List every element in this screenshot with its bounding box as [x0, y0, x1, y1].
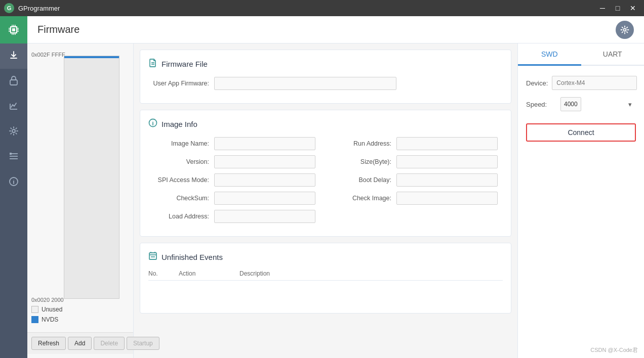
user-app-input[interactable]: [214, 77, 396, 90]
tab-swd[interactable]: SWD: [518, 43, 581, 66]
tab-uart[interactable]: UART: [581, 43, 645, 66]
firmware-file-title-text: Firmware File: [162, 60, 208, 68]
events-icon: [148, 251, 157, 263]
boot-delay-input[interactable]: [396, 173, 498, 187]
memory-bar: [64, 56, 119, 299]
app-title: GProgrammer: [18, 5, 60, 12]
speed-row: Speed: 4000 2000 1000 500: [526, 97, 636, 111]
size-label: Size(Byte):: [331, 158, 396, 165]
image-info-left-col: Image Name: Version: SPI Access Mode:: [148, 137, 320, 228]
refresh-button[interactable]: Refresh: [31, 337, 66, 350]
sidebar-item-analysis[interactable]: [0, 94, 27, 119]
events-col-description: Description: [239, 270, 503, 277]
image-info-card: Image Info Image Name: Version:: [140, 110, 511, 237]
nvds-color-box: [31, 316, 38, 323]
boot-delay-row: Boot Delay:: [331, 173, 503, 187]
titlebar: G GProgrammer ─ □ ✕: [0, 0, 644, 16]
run-address-input[interactable]: [396, 137, 498, 150]
main-split: 0x002F FFFF 0x0020 2000 Unused NVDS: [27, 43, 644, 358]
download-icon: [9, 50, 19, 63]
run-address-label: Run Address:: [331, 140, 396, 147]
left-bottom-buttons: Refresh Add Delete Startup: [27, 332, 133, 354]
user-app-row: User App Firmware:: [148, 77, 503, 90]
settings-button[interactable]: [616, 21, 634, 39]
firmware-header: Firmware: [27, 16, 644, 43]
window-controls: ─ □ ✕: [595, 3, 640, 13]
center-panel: Firmware File User App Firmware:: [134, 43, 517, 358]
speed-select[interactable]: 4000 2000 1000 500: [560, 97, 581, 111]
minimize-button[interactable]: ─: [595, 3, 610, 13]
image-name-label: Image Name:: [148, 140, 214, 147]
checksum-input[interactable]: [214, 192, 315, 205]
maximize-button[interactable]: □: [611, 3, 625, 13]
device-input[interactable]: [552, 76, 637, 90]
image-info-title-text: Image Info: [162, 120, 197, 128]
connect-button[interactable]: Connect: [526, 123, 636, 142]
load-address-input[interactable]: [214, 210, 315, 223]
info-icon: [9, 176, 19, 189]
file-icon: [148, 58, 157, 70]
watermark: CSDN @X-Code君: [518, 342, 644, 358]
address-bottom: 0x0020 2000: [31, 297, 64, 303]
memory-bar-used: [64, 56, 119, 58]
add-button[interactable]: Add: [68, 337, 92, 350]
device-label: Device:: [526, 79, 548, 87]
sidebar-item-info[interactable]: [0, 170, 27, 195]
events-table-body: [148, 285, 503, 305]
close-button[interactable]: ✕: [626, 3, 640, 13]
analysis-icon: [9, 101, 19, 113]
app-logo-icon: G: [4, 3, 14, 13]
gear-icon: [9, 126, 19, 139]
boot-delay-label: Boot Delay:: [331, 176, 396, 184]
events-title: Unfinished Events: [148, 251, 503, 263]
page-title: Firmware: [37, 24, 79, 35]
check-image-input[interactable]: [396, 192, 498, 205]
unfinished-events-card: Unfinished Events No. Action Description: [140, 243, 511, 314]
sidebar: [0, 16, 27, 358]
checksum-label: CheckSum:: [148, 195, 214, 202]
events-table-header: No. Action Description: [148, 270, 503, 281]
svg-point-24: [14, 180, 14, 180]
titlebar-left: G GProgrammer: [4, 3, 60, 13]
image-info-form: Image Name: Version: SPI Access Mode:: [148, 137, 503, 228]
image-name-row: Image Name:: [148, 137, 320, 150]
right-content: Device: Speed: 4000 2000 1000 500: [518, 66, 644, 121]
svg-point-17: [12, 129, 15, 132]
version-input[interactable]: [214, 155, 315, 168]
settings-icon: [620, 25, 629, 34]
size-input[interactable]: [396, 155, 498, 168]
chip-icon: [7, 23, 21, 37]
speed-label: Speed:: [526, 101, 556, 108]
svg-rect-14: [10, 80, 17, 85]
sidebar-item-security[interactable]: [0, 69, 27, 94]
run-address-row: Run Address:: [331, 137, 503, 150]
spi-mode-row: SPI Access Mode:: [148, 173, 320, 187]
user-app-label: User App Firmware:: [148, 80, 214, 87]
info-circle-icon: [148, 118, 157, 130]
startup-button[interactable]: Startup: [127, 337, 159, 350]
version-label: Version:: [148, 158, 214, 165]
svg-rect-21: [10, 153, 12, 155]
address-top: 0x002F FFFF: [31, 52, 65, 58]
app-body: Firmware 0x002F FFFF 0x0020 2000: [0, 16, 644, 358]
legend-nvds-label: NVDS: [42, 316, 58, 323]
legend: Unused NVDS: [31, 306, 62, 323]
size-row: Size(Byte):: [331, 155, 503, 168]
list-icon: [9, 152, 19, 163]
lock-icon: [9, 75, 18, 88]
device-row: Device:: [526, 76, 636, 90]
spi-mode-input[interactable]: [214, 173, 315, 187]
left-panel: 0x002F FFFF 0x0020 2000 Unused NVDS: [27, 43, 134, 358]
image-name-input[interactable]: [214, 137, 315, 150]
svg-rect-1: [12, 28, 15, 31]
check-image-row: Check Image:: [331, 192, 503, 205]
right-panel: SWD UART Device: Speed:: [517, 43, 644, 358]
checksum-row: CheckSum:: [148, 192, 320, 205]
svg-point-25: [624, 28, 626, 31]
legend-unused: Unused: [31, 306, 62, 313]
sidebar-item-firmware[interactable]: [0, 43, 27, 69]
delete-button[interactable]: Delete: [94, 337, 125, 350]
spi-mode-label: SPI Access Mode:: [148, 176, 214, 184]
sidebar-item-chip[interactable]: [0, 119, 27, 145]
sidebar-item-list[interactable]: [0, 145, 27, 170]
